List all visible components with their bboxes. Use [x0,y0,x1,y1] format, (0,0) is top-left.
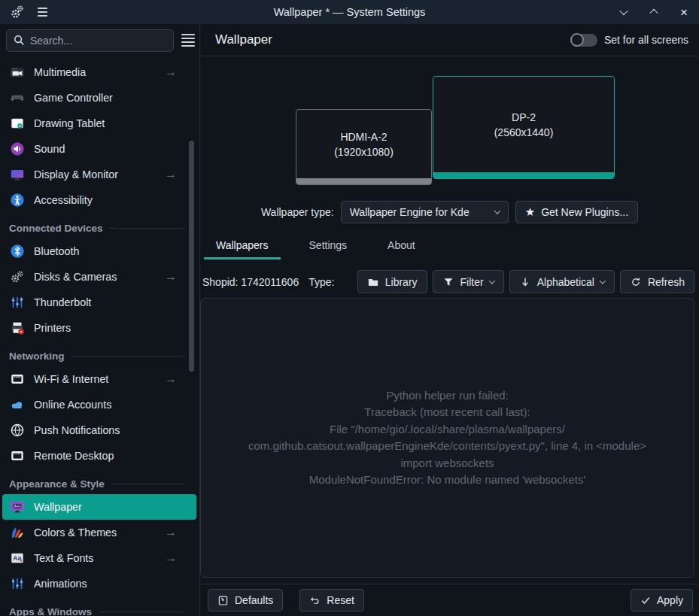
game-controller-icon [9,90,26,106]
monitor-name: HDMI-A-2 [334,129,394,144]
maximize-button[interactable] [648,6,660,18]
sidebar-item-thunderbolt[interactable]: Thunderbolt [0,290,199,315]
tab-wallpapers[interactable]: Wallpapers [204,233,281,259]
app-menu-icon[interactable] [38,5,47,19]
get-new-plugins-button[interactable]: ★ Get New Plugins... [515,201,638,223]
sidebar-item-label: Printers [34,322,71,334]
reset-button[interactable]: Reset [299,589,364,611]
page-title: Wallpaper [215,32,272,47]
sidebar-item-label: Sound [34,143,65,155]
library-button[interactable]: Library [357,270,427,293]
error-line: File "/home/gio/.local/share/plasma/wall… [248,421,646,438]
refresh-icon [630,276,642,288]
sidebar-item-multimedia[interactable]: Multimedia→ [0,59,199,85]
sidebar-menu-icon[interactable] [181,32,193,49]
monitor-name: DP-2 [494,110,554,125]
sidebar-item-wallpaper[interactable]: Wallpaper [2,494,196,520]
wallpaper-list-panel: Python helper run failed:Traceback (most… [200,298,694,578]
refresh-button[interactable]: Refresh [620,270,694,293]
sidebar-item-label: Wallpaper [34,501,82,513]
sidebar-item-label: Multimedia [34,66,86,78]
section-divider [99,611,184,612]
sidebar-item-online-accounts[interactable]: Online Accounts [0,392,199,417]
sidebar-item-display-monitor[interactable]: Display & Monitor→ [0,162,199,187]
filter-button[interactable]: Filter [433,270,504,293]
monitor-hdmi-a-2[interactable]: HDMI-A-2 (1920x1080) [296,109,432,185]
sidebar-item-printers[interactable]: Printers [0,315,199,341]
set-all-screens-toggle[interactable] [570,34,597,47]
sidebar-item-label: Thunderbolt [34,296,91,308]
folder-icon [367,276,379,288]
close-button[interactable]: × [678,6,690,18]
arrow-right-icon: → [165,270,177,284]
sidebar-item-drawing-tablet[interactable]: Drawing Tablet [0,111,199,136]
arrow-right-icon: → [165,526,177,539]
monitor-resolution: (1920x1080) [334,144,394,159]
monitor-dp-2[interactable]: DP-2 (2560x1440) [433,76,615,179]
checkmark-icon [640,595,651,605]
system-settings-app-icon [9,4,26,20]
tab-bar: WallpapersSettingsAbout [200,233,699,259]
sidebar-item-animations[interactable]: Animations [0,571,199,596]
section-divider [111,484,184,484]
accessibility-icon [9,192,26,208]
close-icon: × [680,6,688,19]
error-line: Python helper run failed: [248,387,646,405]
error-line: ModuleNotFoundError: No module named 'we… [248,472,646,489]
star-icon: ★ [525,205,535,219]
push-notifications-icon [9,422,26,438]
defaults-button[interactable]: Defaults [208,589,283,611]
search-input[interactable] [30,35,166,47]
sidebar-item-label: Game Controller [34,92,113,104]
apply-button[interactable]: Apply [631,589,693,611]
sidebar-section-header-apps-windows: Apps & Windows [9,606,190,616]
drawing-tablet-icon [9,115,26,132]
sidebar-item-label: Push Notifications [34,424,120,436]
sidebar-item-disks-cameras[interactable]: Disks & Cameras→ [0,264,199,290]
error-line: Traceback (most recent call last): [248,404,646,421]
defaults-icon [217,595,229,606]
multimedia-icon [9,64,26,80]
sidebar-item-label: Text & Fonts [34,552,93,564]
sidebar-scrollbar[interactable] [189,141,194,372]
filter-icon [442,276,454,288]
tab-settings[interactable]: Settings [297,233,360,259]
svg-text:Aa: Aa [13,554,21,562]
minimize-button[interactable] [618,6,630,18]
sidebar-item-remote-desktop[interactable]: Remote Desktop [0,443,199,469]
sidebar-item-wi-fi-internet[interactable]: Wi-Fi & Internet→ [0,366,199,392]
sidebar: Multimedia→Game ControllerDrawing Tablet… [0,24,199,616]
arrow-right-icon: → [165,65,177,79]
sidebar-item-text-fonts[interactable]: AaText & Fonts→ [0,545,199,571]
sidebar-item-label: Accessibility [34,194,93,206]
sidebar-item-colors-themes[interactable]: Colors & Themes→ [0,520,199,545]
arrow-right-icon: → [165,168,177,181]
arrow-down-icon [519,276,531,288]
sidebar-item-bluetooth[interactable]: Bluetooth [0,238,199,264]
sidebar-item-label: Drawing Tablet [34,117,105,129]
monitor-resolution: (2560x1440) [494,125,554,140]
wallpaper-type-value: Wallpaper Engine for Kde [350,206,495,218]
section-divider [71,356,184,357]
titlebar: Wallpaper * — System Settings × [0,0,699,24]
arrow-right-icon: → [165,551,177,565]
toolbar: Shopid: 1742011606 Type: Library Filter [200,270,699,293]
toggle-knob [570,33,584,47]
sidebar-item-sound[interactable]: Sound [0,136,199,162]
search-box[interactable] [6,29,174,52]
sidebar-item-push-notifications[interactable]: Push Notifications [0,417,199,443]
set-all-screens-label: Set for all screens [604,34,688,46]
sort-alphabetical-button[interactable]: Alphabetical [509,270,615,293]
section-divider [110,228,184,229]
sidebar-item-game-controller[interactable]: Game Controller [0,85,199,111]
sidebar-item-accessibility[interactable]: Accessibility [0,187,199,213]
wallpaper-type-label: Wallpaper type: [261,206,334,218]
main-header: Wallpaper Set for all screens [200,24,699,56]
remote-desktop-icon [9,448,26,464]
sidebar-section-header-networking: Networking [9,350,190,362]
wallpaper-type-select[interactable]: Wallpaper Engine for Kde [341,201,509,223]
tab-about[interactable]: About [375,233,427,259]
sidebar-list: Multimedia→Game ControllerDrawing Tablet… [0,56,199,616]
chevron-up-icon [649,9,658,17]
chevron-down-icon [619,7,628,15]
